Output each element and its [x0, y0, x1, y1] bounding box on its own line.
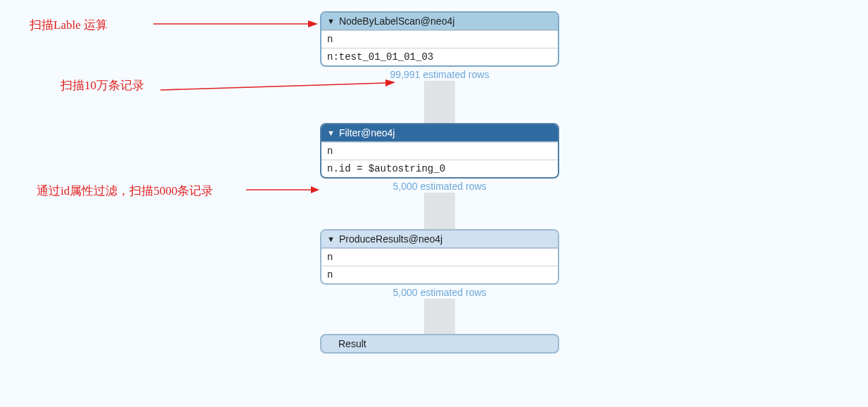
estimated-rows-label: 99,991 estimated rows [320, 67, 559, 81]
plan-connector [424, 81, 455, 123]
annotation-filter-id: 通过id属性过滤，扫描5000条记录 [37, 183, 213, 199]
caret-down-icon: ▼ [327, 17, 335, 25]
plan-box-produce: ▼ ProduceResults@neo4j n n [320, 229, 559, 285]
plan-box-node-scan: ▼ NodeByLabelScan@neo4j n n:test_01_01_0… [320, 11, 559, 67]
svg-marker-5 [311, 186, 319, 193]
estimated-rows-label: 5,000 estimated rows [320, 285, 559, 299]
plan-result-box: Result [320, 334, 559, 354]
plan-title-filter: Filter@neo4j [339, 127, 395, 138]
plan-connector [424, 193, 455, 229]
arrow-to-scan-box [153, 18, 322, 32]
caret-down-icon: ▼ [327, 235, 335, 243]
plan-header-filter[interactable]: ▼ Filter@neo4j [321, 124, 558, 142]
query-plan-column: ▼ NodeByLabelScan@neo4j n n:test_01_01_0… [320, 11, 559, 354]
plan-title-node-scan: NodeByLabelScan@neo4j [339, 15, 454, 27]
plan-header-produce[interactable]: ▼ ProduceResults@neo4j [321, 231, 558, 248]
plan-connector [424, 299, 455, 334]
plan-result-label: Result [338, 338, 366, 349]
annotation-scan-rows: 扫描10万条记录 [60, 77, 144, 93]
plan-box-filter: ▼ Filter@neo4j n n.id = $autostring_0 [320, 123, 559, 179]
plan-title-produce: ProduceResults@neo4j [339, 233, 442, 245]
annotation-scan-label: 扫描Lable 运算 [30, 17, 108, 33]
plan-row-detail: n.id = $autostring_0 [321, 160, 558, 177]
estimated-rows-label: 5,000 estimated rows [320, 179, 559, 193]
plan-row-var: n [321, 266, 558, 283]
caret-down-icon: ▼ [327, 129, 335, 137]
plan-header-node-scan[interactable]: ▼ NodeByLabelScan@neo4j [321, 13, 558, 30]
plan-row-detail: n:test_01_01_01_03 [321, 48, 558, 65]
arrow-to-filter-row [246, 186, 324, 197]
plan-row-var: n [321, 248, 558, 266]
svg-marker-1 [308, 20, 318, 27]
plan-row-var: n [321, 30, 558, 48]
plan-row-var: n [321, 142, 558, 160]
